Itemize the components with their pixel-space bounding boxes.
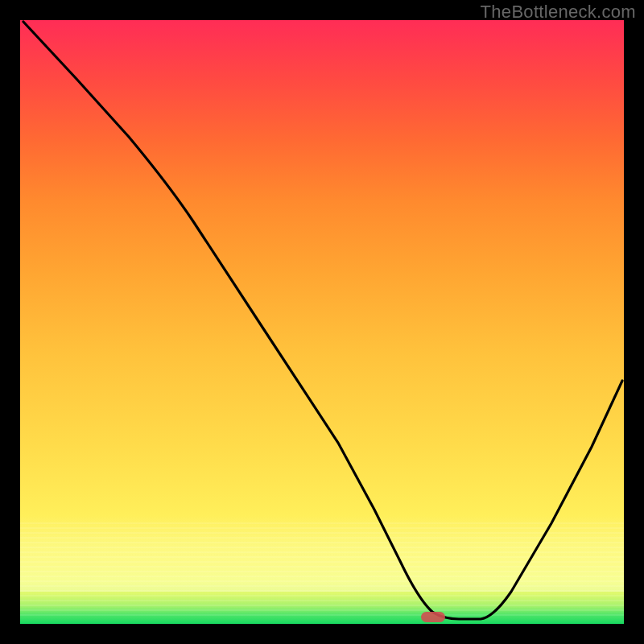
bottleneck-curve: [20, 20, 624, 624]
optimal-marker: [421, 612, 445, 622]
plot-area: [20, 20, 624, 624]
curve-path: [23, 22, 622, 619]
chart-frame: TheBottleneck.com: [0, 0, 644, 644]
watermark-text: TheBottleneck.com: [481, 2, 636, 23]
